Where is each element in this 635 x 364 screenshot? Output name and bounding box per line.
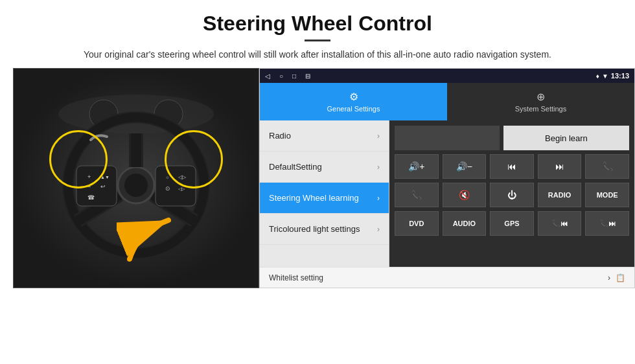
phone-icon-1: 📞 xyxy=(602,161,613,172)
phone-prev-icon: 📞⏮ xyxy=(551,220,568,228)
status-time: 13:13 xyxy=(611,72,629,80)
audio-button[interactable]: AUDIO xyxy=(443,211,487,236)
yellow-circle-right xyxy=(165,130,223,188)
back-icon[interactable]: ◁ xyxy=(265,73,270,80)
recents-icon[interactable]: □ xyxy=(292,73,296,80)
tab-bar: ⚙ General Settings ⊕ System Settings xyxy=(260,83,634,120)
menu-item-default-chevron: › xyxy=(377,163,380,172)
mute-icon: 🔇 xyxy=(459,190,470,200)
wifi-icon: ▼ xyxy=(602,73,608,80)
svg-text:⊙: ⊙ xyxy=(165,185,170,192)
svg-text:☼: ☼ xyxy=(165,175,169,179)
radio-mode-button[interactable]: RADIO xyxy=(538,183,582,207)
begin-learn-empty xyxy=(395,126,500,150)
vol-up-button[interactable]: 🔊+ xyxy=(395,154,439,179)
prev-track-icon: ⏮ xyxy=(507,161,516,172)
menu-item-radio[interactable]: Radio › xyxy=(260,120,389,152)
page-title: Steering Wheel Control xyxy=(39,12,596,36)
next-track-icon: ⏭ xyxy=(555,161,564,172)
left-menu: Radio › DefaultSetting › Steering Wheel … xyxy=(260,120,389,267)
menu-item-default-label: DefaultSetting xyxy=(269,162,322,172)
menu-item-steering-label: Steering Wheel learning xyxy=(269,193,359,203)
car-image-container: + ▲▼ − ↩ ☎ ☼ ◁▷ ⊙ ◁▷ xyxy=(13,68,259,288)
page-wrapper: Steering Wheel Control Your original car… xyxy=(0,0,635,364)
whitelist-icon: 📋 xyxy=(616,273,625,282)
begin-learn-row: Begin learn xyxy=(395,126,629,150)
tab-general-label: General Settings xyxy=(327,105,380,113)
android-ui: ◁ ○ □ ⊟ ♦ ▼ 13:13 ⚙ General Settings xyxy=(259,68,635,288)
dvd-button[interactable]: DVD xyxy=(395,211,439,236)
menu-icon[interactable]: ⊟ xyxy=(305,73,310,80)
gps-button[interactable]: GPS xyxy=(490,211,534,236)
menu-item-radio-label: Radio xyxy=(269,131,291,141)
whitelist-bar: Whitelist setting › 📋 xyxy=(260,267,634,288)
content-area: + ▲▼ − ↩ ☎ ☼ ◁▷ ⊙ ◁▷ xyxy=(0,68,635,364)
subtitle: Your original car's steering wheel contr… xyxy=(39,48,596,62)
audio-label: AUDIO xyxy=(453,220,476,227)
hang-up-button[interactable]: 📞 xyxy=(395,183,439,207)
mode-label: MODE xyxy=(597,191,618,199)
next-track-button[interactable]: ⏭ xyxy=(538,154,582,179)
menu-item-tricoloured-chevron: › xyxy=(377,225,380,234)
whitelist-label[interactable]: Whitelist setting xyxy=(269,273,323,282)
home-icon[interactable]: ○ xyxy=(279,73,283,80)
control-row-2: 📞 🔇 ⏻ RADIO MODE xyxy=(395,183,629,207)
arrow-svg xyxy=(117,214,181,266)
phone-next-icon: 📞⏭ xyxy=(599,220,616,228)
menu-item-radio-chevron: › xyxy=(377,131,380,141)
power-icon: ⏻ xyxy=(507,190,516,200)
yellow-circle-left xyxy=(49,130,108,188)
vol-up-icon: 🔊+ xyxy=(408,161,424,172)
main-content: Radio › DefaultSetting › Steering Wheel … xyxy=(260,120,634,267)
car-image-bg: + ▲▼ − ↩ ☎ ☼ ◁▷ ⊙ ◁▷ xyxy=(14,69,259,288)
mode-button[interactable]: MODE xyxy=(585,183,629,207)
whitelist-right: › 📋 xyxy=(608,273,625,282)
radio-label: RADIO xyxy=(548,191,571,199)
bottom-row: DVD AUDIO GPS 📞⏮ 📞⏭ xyxy=(395,211,629,236)
whitelist-chevron[interactable]: › xyxy=(608,273,610,282)
phone-next-button[interactable]: 📞⏭ xyxy=(585,211,629,236)
svg-text:↩: ↩ xyxy=(100,183,106,190)
header-section: Steering Wheel Control Your original car… xyxy=(0,0,635,68)
menu-item-steering-chevron: › xyxy=(377,194,380,203)
vol-down-icon: 🔊− xyxy=(456,161,472,172)
begin-learn-button[interactable]: Begin learn xyxy=(503,126,629,150)
status-bar-icons: ♦ ▼ 13:13 xyxy=(596,72,629,80)
tab-system[interactable]: ⊕ System Settings xyxy=(447,83,634,120)
menu-item-default[interactable]: DefaultSetting › xyxy=(260,152,389,183)
menu-item-tricoloured[interactable]: Tricoloured light settings › xyxy=(260,214,389,245)
title-divider xyxy=(305,40,330,41)
vol-down-button[interactable]: 🔊− xyxy=(443,154,487,179)
location-icon: ♦ xyxy=(596,73,599,80)
status-bar: ◁ ○ □ ⊟ ♦ ▼ 13:13 xyxy=(260,69,634,83)
phone-prev-button[interactable]: 📞⏮ xyxy=(538,211,582,236)
tab-general[interactable]: ⚙ General Settings xyxy=(260,83,447,120)
svg-text:☎: ☎ xyxy=(87,194,95,201)
system-settings-icon: ⊕ xyxy=(537,91,545,103)
arrow-container xyxy=(117,214,181,268)
mute-button[interactable]: 🔇 xyxy=(443,183,487,207)
power-button[interactable]: ⏻ xyxy=(490,183,534,207)
general-settings-icon: ⚙ xyxy=(349,91,358,103)
svg-text:◁▷: ◁▷ xyxy=(178,187,185,191)
menu-item-steering[interactable]: Steering Wheel learning › xyxy=(260,183,389,214)
right-panel: Begin learn 🔊+ 🔊− ⏮ xyxy=(389,120,634,267)
prev-track-button[interactable]: ⏮ xyxy=(490,154,534,179)
menu-item-tricoloured-label: Tricoloured light settings xyxy=(269,224,360,234)
control-row-1: 🔊+ 🔊− ⏮ ⏭ 📞 xyxy=(395,154,629,179)
dvd-label: DVD xyxy=(409,220,424,227)
tab-system-label: System Settings xyxy=(515,105,566,113)
hang-up-icon: 📞 xyxy=(411,190,422,200)
phone-button-1[interactable]: 📞 xyxy=(585,154,629,179)
gps-label: GPS xyxy=(504,220,519,227)
status-bar-nav: ◁ ○ □ ⊟ xyxy=(265,73,310,80)
svg-point-6 xyxy=(124,174,148,197)
